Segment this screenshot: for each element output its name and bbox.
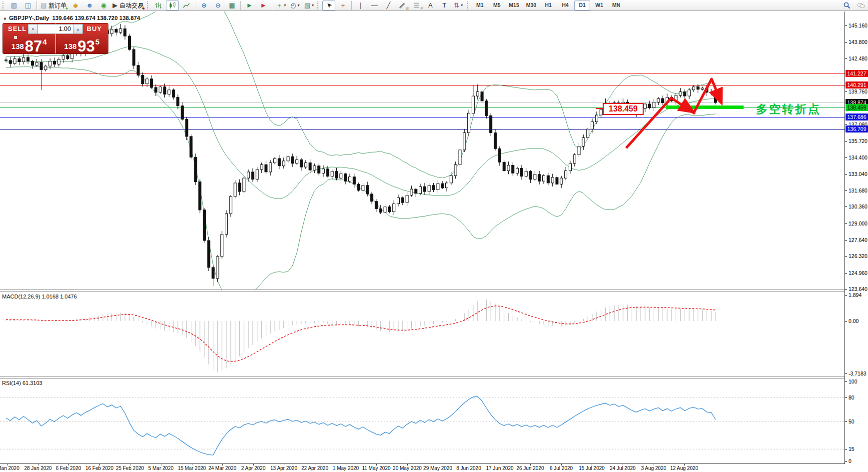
cursor-button[interactable]: ➤	[322, 0, 335, 10]
scale-tick	[845, 321, 847, 322]
macd-pane[interactable]: MACD(12,26,9) 1.0168 1.0476	[0, 292, 845, 376]
toolbar-grip[interactable]	[467, 2, 469, 10]
auto-scroll-button[interactable]: ►	[243, 0, 256, 10]
zoom-out-button[interactable]: ⊖	[211, 0, 224, 10]
arrows-button[interactable]: ⇅▾	[452, 0, 465, 10]
timeframe-m15[interactable]: M15	[506, 0, 522, 10]
timeframe-m5[interactable]: M5	[489, 0, 505, 10]
candlestick-chart-button[interactable]	[166, 0, 179, 10]
price-tick-label: 134.400	[849, 154, 868, 160]
sell-price-sup: 4	[42, 38, 46, 46]
chevron-down-icon: ▾	[284, 4, 286, 8]
toolbar-grip[interactable]	[2, 2, 4, 10]
market-watch-icon[interactable]: ◆	[69, 0, 82, 10]
text-button[interactable]: A	[424, 0, 437, 10]
text-label-button[interactable]: T	[438, 0, 451, 10]
toolbar-separator	[351, 1, 352, 10]
bar-chart-button[interactable]	[152, 0, 165, 10]
scale-tick	[845, 58, 847, 59]
scale-tick	[845, 206, 847, 207]
timeframe-mn[interactable]: MN	[608, 0, 624, 10]
search-icon[interactable]	[841, 0, 854, 10]
toolbar-separator	[36, 1, 37, 10]
equidistant-channel-button[interactable]: ∥E	[396, 0, 409, 10]
support-band-annotation[interactable]	[666, 106, 744, 109]
cn-annotation-text[interactable]: 多空转折点	[756, 102, 821, 117]
timeframe-h4[interactable]: H4	[557, 0, 573, 10]
buy-price-sup: 5	[95, 38, 99, 46]
signals-icon[interactable]: ◉	[97, 0, 110, 10]
vertical-line-button[interactable]: ｜	[354, 0, 367, 10]
timeframe-d1[interactable]: D1	[574, 0, 590, 10]
time-label: 11 May 2020	[362, 466, 390, 471]
price-flag-138.459: 138.459	[846, 104, 868, 111]
tile-windows-button[interactable]: ▦	[225, 0, 238, 10]
time-label: 8 Jun 2020	[456, 466, 481, 471]
scale-tick	[845, 174, 847, 174]
autotrading-button[interactable]: ▶●自动交易	[111, 0, 145, 10]
volume-decrease-button[interactable]: ▼	[28, 24, 38, 34]
crosshair-button[interactable]: ＋	[336, 0, 349, 10]
price-scale[interactable]: 145.160143.800142.480139.760137.080135.7…	[845, 12, 868, 464]
new-order-button[interactable]: ▤+新订单	[39, 0, 68, 10]
terminal-icon[interactable]: ☻	[83, 0, 96, 10]
timeframe-h1[interactable]: H1	[540, 0, 556, 10]
toolbar-grip[interactable]	[317, 2, 319, 10]
scale-tick	[845, 240, 847, 240]
timeframe-w1[interactable]: W1	[591, 0, 607, 10]
timeframe-m1[interactable]: M1	[472, 0, 488, 10]
time-label: 6 Feb 2020	[56, 466, 81, 471]
time-label: 1 May 2020	[333, 466, 359, 471]
time-label: 24 Mar 2020	[208, 466, 236, 471]
chat-icon[interactable]	[855, 0, 868, 10]
indicators-button[interactable]: ＋▾	[274, 0, 287, 10]
price-flag-136.709: 136.709	[846, 126, 868, 132]
line-chart-button[interactable]	[180, 0, 193, 10]
zoom-in-button[interactable]: ⊕	[197, 0, 210, 10]
price-tick-label: 129.000	[849, 220, 868, 226]
time-label: 17 Jun 2020	[486, 466, 513, 471]
time-label: 6 Jul 2020	[550, 466, 573, 471]
new-order-button-label: 新订单	[48, 2, 66, 8]
profiles-icon[interactable]: ◫	[21, 0, 34, 10]
chart-region: 138.459 多空转折点 ▲GBPJPY-,Daily139.646 139.…	[0, 12, 868, 472]
charts-window-icon[interactable]: ▥	[7, 0, 20, 10]
pane-divider[interactable]	[0, 376, 845, 378]
chart-shift-button[interactable]: ►	[257, 0, 270, 10]
horizontal-line-button[interactable]: —	[368, 0, 381, 10]
main-chart-pane[interactable]: 138.459 多空转折点 ▲GBPJPY-,Daily139.646 139.…	[0, 12, 845, 290]
chevron-down-icon: ▾	[312, 4, 314, 8]
scale-tick	[845, 124, 847, 125]
symbol-ohlc-values: 139.646 139.674 138.720 138.874	[52, 15, 140, 21]
time-label: 15 Mar 2020	[178, 466, 206, 471]
rsi-pane[interactable]: RSI(14) 61.3103	[0, 378, 845, 464]
templates-button[interactable]: ▧▾	[302, 0, 315, 10]
one-click-trading-panel: SELL 138 87 4 BUY 138 93 5	[2, 23, 108, 54]
trendline-button[interactable]: ╱	[382, 0, 395, 10]
time-axis[interactable]: 9 Jan 202028 Jan 20206 Feb 202016 Feb 20…	[0, 464, 845, 472]
scale-tick	[845, 224, 847, 224]
fibonacci-button[interactable]: ☰F	[410, 0, 423, 10]
collapse-icon[interactable]: ▲	[3, 16, 7, 20]
sell-price-prefix: 138	[11, 42, 24, 50]
buy-price-big: 93	[77, 40, 94, 53]
volume-increase-button[interactable]: ▲	[73, 24, 83, 34]
scale-tick	[845, 256, 847, 256]
price-annotation-label[interactable]: 138.459	[603, 103, 644, 115]
rsi-canvas	[0, 378, 845, 464]
scale-tick	[845, 289, 847, 290]
price-tick-label: 126.320	[849, 253, 868, 259]
scale-tick	[845, 422, 847, 422]
rsi-scale-label: 15	[849, 446, 855, 452]
time-label: 13 Apr 2020	[270, 466, 297, 471]
rsi-label: RSI(14) 61.3103	[2, 380, 42, 386]
pane-divider[interactable]	[0, 290, 845, 292]
periods-button[interactable]: ◴▾	[288, 0, 301, 10]
time-label: 12 Aug 2020	[670, 466, 698, 471]
toolbar-grip[interactable]	[147, 2, 149, 10]
price-flag-137.686: 137.686	[846, 114, 868, 120]
volume-input[interactable]	[38, 24, 73, 34]
timeframe-m30[interactable]: M30	[523, 0, 539, 10]
scale-tick	[845, 158, 847, 158]
macd-scale-label: 0.00	[849, 318, 859, 324]
